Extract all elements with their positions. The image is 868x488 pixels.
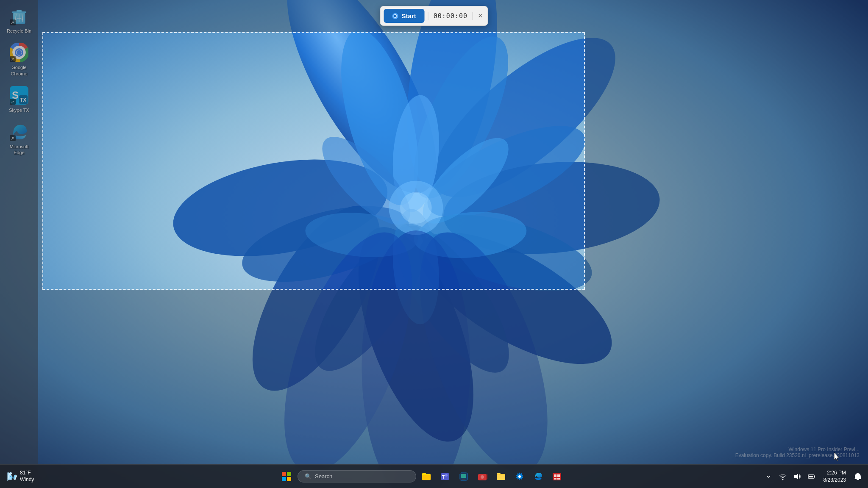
- taskbar-center: 🔍 Search T: [85, 467, 758, 486]
- svg-rect-58: [461, 474, 466, 478]
- taskbar: 🌬️ 81°F Windy 🔍 Search: [0, 464, 868, 488]
- svg-point-56: [445, 474, 448, 477]
- weather-condition: Windy: [20, 477, 34, 483]
- svg-text:TX: TX: [20, 97, 26, 103]
- svg-rect-59: [462, 479, 465, 480]
- wallpaper: [0, 0, 868, 488]
- desktop: [0, 0, 868, 488]
- svg-rect-67: [557, 478, 560, 480]
- microsoft-edge-label: Microsoft Edge: [5, 144, 33, 156]
- record-indicator: [392, 13, 398, 19]
- timer-display: 00:00:00: [428, 12, 473, 20]
- svg-text:↗: ↗: [11, 100, 14, 104]
- weather-info: 81°F Windy: [20, 470, 34, 483]
- close-capture-button[interactable]: ×: [476, 11, 484, 20]
- skype-tx-icon-item[interactable]: S TX ↗ Skype TX: [2, 83, 36, 116]
- svg-point-61: [481, 475, 484, 479]
- notification-button[interactable]: [851, 470, 865, 483]
- wifi-icon[interactable]: [776, 470, 790, 483]
- svg-text:↗: ↗: [11, 136, 14, 141]
- svg-text:T: T: [442, 475, 445, 480]
- chevron-tray-icon[interactable]: [762, 470, 775, 483]
- recycle-bin-label: Recycle Bin: [7, 28, 31, 34]
- taskbar-overflow[interactable]: [548, 468, 565, 485]
- taskbar-right: 2:26 PM 8/23/2023: [758, 468, 868, 485]
- weather-icon: 🌬️: [7, 471, 17, 482]
- capture-toolbar: Start 00:00:00 ×: [380, 6, 488, 26]
- taskbar-file-manager[interactable]: [418, 468, 435, 485]
- skype-tx-icon: S TX ↗: [9, 85, 29, 105]
- svg-rect-52: [282, 477, 286, 481]
- start-menu-button[interactable]: [277, 467, 296, 486]
- clock-time: 2:26 PM: [827, 469, 846, 477]
- battery-icon[interactable]: [805, 470, 818, 483]
- taskbar-edge[interactable]: [530, 468, 547, 485]
- google-chrome-icon-item[interactable]: ↗ Google Chrome: [2, 40, 36, 79]
- volume-icon[interactable]: [790, 470, 804, 483]
- google-chrome-label: Google Chrome: [5, 64, 33, 77]
- taskbar-explorer[interactable]: [492, 468, 509, 485]
- svg-rect-29: [17, 10, 22, 12]
- svg-rect-50: [282, 472, 286, 476]
- microsoft-edge-icon: ↗: [9, 122, 29, 142]
- recycle-bin-icon-item[interactable]: ↗ Recycle Bin: [2, 3, 36, 36]
- weather-widget[interactable]: 🌬️ 81°F Windy: [7, 470, 34, 483]
- taskbar-virtualbox[interactable]: [455, 468, 472, 485]
- taskbar-settings[interactable]: [511, 468, 528, 485]
- search-icon: 🔍: [305, 473, 312, 480]
- taskbar-camera[interactable]: [474, 468, 491, 485]
- skype-tx-label: Skype TX: [9, 107, 29, 113]
- start-capture-button[interactable]: Start: [384, 9, 425, 23]
- svg-point-68: [782, 479, 783, 480]
- weather-temp: 81°F: [20, 470, 34, 477]
- taskbar-teams[interactable]: T: [437, 468, 453, 485]
- desktop-icons-panel: ↗ Recycle Bin ↗ Googl: [0, 0, 38, 488]
- svg-text:↗: ↗: [11, 20, 14, 25]
- svg-text:↗: ↗: [11, 57, 14, 61]
- svg-rect-53: [287, 477, 291, 481]
- svg-rect-51: [287, 472, 291, 476]
- taskbar-left: 🌬️ 81°F Windy: [0, 470, 85, 483]
- svg-rect-66: [554, 478, 556, 480]
- svg-rect-70: [809, 476, 813, 477]
- start-label: Start: [402, 12, 416, 19]
- system-clock[interactable]: 2:26 PM 8/23/2023: [821, 468, 849, 485]
- microsoft-edge-icon-item[interactable]: ↗ Microsoft Edge: [2, 119, 36, 158]
- svg-rect-64: [554, 474, 556, 477]
- svg-point-23: [400, 192, 432, 224]
- svg-point-39: [17, 50, 22, 55]
- recycle-bin-icon: ↗: [9, 6, 29, 26]
- svg-rect-65: [557, 474, 560, 477]
- record-inner: [394, 15, 397, 17]
- clock-date: 8/23/2023: [823, 477, 846, 484]
- svg-rect-71: [814, 476, 815, 477]
- system-tray: [762, 470, 818, 483]
- svg-point-62: [518, 475, 521, 478]
- search-bar[interactable]: 🔍 Search: [298, 470, 416, 482]
- google-chrome-icon: ↗: [9, 42, 29, 63]
- search-placeholder: Search: [315, 473, 332, 480]
